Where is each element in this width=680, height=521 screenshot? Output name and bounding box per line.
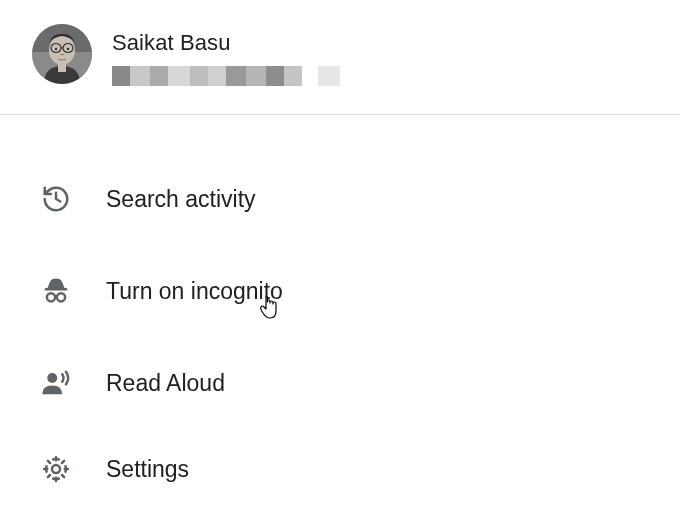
menu-label: Turn on incognito — [106, 278, 283, 305]
svg-point-13 — [47, 373, 57, 383]
menu-item-settings[interactable]: Settings — [0, 429, 680, 509]
menu-label: Settings — [106, 456, 189, 483]
profile-info: Saikat Basu — [112, 24, 340, 86]
read-aloud-icon — [40, 367, 72, 399]
menu-label: Read Aloud — [106, 370, 225, 397]
svg-rect-10 — [45, 288, 68, 291]
svg-rect-9 — [58, 64, 66, 72]
incognito-icon — [40, 275, 72, 307]
menu-list: Search activity Turn on incognito — [0, 115, 680, 509]
svg-point-11 — [47, 293, 55, 301]
profile-section: Saikat Basu — [0, 0, 680, 114]
gear-icon — [40, 453, 72, 485]
history-icon — [40, 183, 72, 215]
menu-item-search-activity[interactable]: Search activity — [0, 153, 680, 245]
svg-point-7 — [55, 48, 57, 50]
svg-point-8 — [67, 48, 69, 50]
menu-label: Search activity — [106, 186, 256, 213]
profile-email-redacted — [112, 66, 340, 86]
svg-point-14 — [52, 465, 60, 473]
svg-point-12 — [57, 293, 65, 301]
menu-item-read-aloud[interactable]: Read Aloud — [0, 337, 680, 429]
profile-name: Saikat Basu — [112, 30, 340, 56]
menu-item-incognito[interactable]: Turn on incognito — [0, 245, 680, 337]
avatar[interactable] — [32, 24, 92, 84]
